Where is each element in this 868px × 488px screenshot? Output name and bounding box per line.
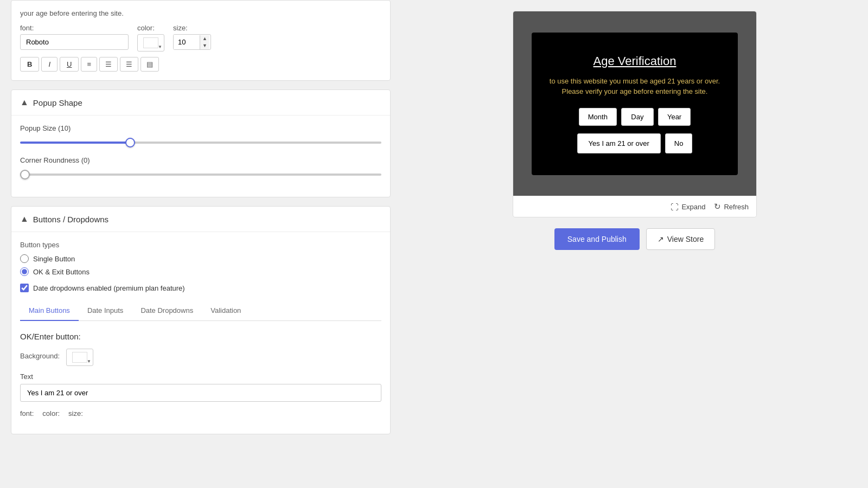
- size-up-btn[interactable]: ▲: [200, 35, 209, 42]
- text-field-label: Text: [20, 373, 381, 381]
- preview-viewport: Age Verification to use this website you…: [513, 11, 756, 196]
- date-dropdowns-checkbox-item[interactable]: Date dropdowns enabled (premium plan fea…: [20, 284, 381, 292]
- single-button-radio-item[interactable]: Single Button: [20, 254, 381, 263]
- background-label: Background:: [20, 352, 60, 360]
- buttons-dropdowns-header[interactable]: ▲ Buttons / Dropdowns: [11, 207, 390, 232]
- popup-size-slider-wrapper: Popup Size (10): [20, 124, 381, 145]
- popup-year-btn[interactable]: Year: [658, 108, 691, 126]
- font-section: your age before entering the site. font:…: [11, 0, 391, 81]
- align-right-btn[interactable]: ☰: [120, 57, 138, 72]
- tab-validation[interactable]: Validation: [202, 301, 250, 321]
- ok-exit-radio[interactable]: [20, 267, 29, 276]
- date-dropdowns-label: Date dropdowns enabled (premium plan fea…: [33, 284, 185, 292]
- button-types-label: Button types: [20, 241, 381, 249]
- right-panel: Age Verification to use this website you…: [401, 0, 868, 488]
- bg-dropdown-arrow-icon: ▼: [87, 359, 91, 364]
- color-swatch: [143, 37, 158, 48]
- single-button-label: Single Button: [33, 255, 75, 263]
- buttons-dropdowns-title: Buttons / Dropdowns: [33, 215, 108, 224]
- corner-roundness-slider-wrapper: Corner Roundness (0): [20, 156, 381, 177]
- font-label: font:: [20, 24, 129, 32]
- expand-action[interactable]: ⛶ Expand: [671, 202, 705, 211]
- refresh-action[interactable]: ↻ Refresh: [714, 202, 749, 211]
- radio-group: Single Button OK & Exit Buttons: [20, 254, 381, 276]
- ok-exit-label: OK & Exit Buttons: [33, 268, 90, 276]
- buttons-dropdowns-section: ▲ Buttons / Dropdowns Button types Singl…: [11, 206, 391, 434]
- tab-date-inputs[interactable]: Date Inputs: [79, 301, 132, 321]
- expand-label: Expand: [681, 203, 705, 211]
- expand-icon: ⛶: [671, 202, 679, 211]
- date-dropdowns-checkbox[interactable]: [20, 284, 29, 292]
- view-store-label: View Store: [667, 235, 704, 243]
- corner-roundness-label: Corner Roundness (0): [20, 156, 381, 164]
- refresh-label: Refresh: [724, 203, 749, 211]
- format-buttons: B I U ≡ ☰ ☰ ▤: [20, 57, 381, 72]
- popup-date-row: Month Day Year: [548, 108, 722, 126]
- popup-size-label: Popup Size (10): [20, 124, 381, 132]
- popup-month-btn[interactable]: Month: [579, 108, 617, 126]
- popup-no-btn[interactable]: No: [665, 133, 693, 153]
- ok-text-input[interactable]: [20, 384, 381, 402]
- size-input-wrapper: ▲ ▼: [173, 34, 211, 50]
- buttons-dropdowns-body: Button types Single Button OK & Exit But…: [11, 232, 390, 434]
- single-button-radio[interactable]: [20, 254, 29, 263]
- color-swatch-btn[interactable]: ▼: [137, 34, 164, 52]
- popup-day-btn[interactable]: Day: [621, 108, 654, 126]
- size-spinners: ▲ ▼: [200, 35, 209, 49]
- tabs-container: Main Buttons Date Inputs Date Dropdowns …: [20, 301, 381, 321]
- bold-btn[interactable]: B: [20, 57, 39, 72]
- preview-card: Age Verification to use this website you…: [513, 11, 757, 217]
- size-label: size:: [173, 24, 211, 32]
- dropdown-arrow-icon: ▼: [158, 44, 162, 49]
- ok-exit-radio-item[interactable]: OK & Exit Buttons: [20, 267, 381, 276]
- popup-shape-section: ▲ Popup Shape Popup Size (10) Corner Rou…: [11, 89, 391, 197]
- size-down-btn[interactable]: ▼: [200, 42, 209, 49]
- popup-box: Age Verification to use this website you…: [532, 33, 738, 175]
- tab-main-buttons[interactable]: Main Buttons: [20, 301, 79, 321]
- collapse-arrow-icon: ▲: [20, 98, 29, 107]
- italic-btn[interactable]: I: [41, 57, 58, 72]
- view-store-btn[interactable]: ↗ View Store: [646, 228, 715, 250]
- background-row: Background: ▼: [20, 349, 381, 366]
- size-input[interactable]: [174, 35, 200, 49]
- align-justify-btn[interactable]: ▤: [141, 57, 159, 72]
- top-text: your age before entering the site.: [20, 9, 381, 17]
- popup-title: Age Verification: [548, 54, 722, 68]
- collapse-arrow2-icon: ▲: [20, 214, 29, 224]
- bg-color-swatch-btn[interactable]: ▼: [66, 349, 93, 366]
- left-panel: your age before entering the site. font:…: [0, 0, 401, 488]
- font-input[interactable]: [20, 34, 129, 50]
- popup-desc: to use this website you must be aged 21 …: [548, 76, 722, 97]
- popup-size-slider[interactable]: [20, 142, 381, 144]
- color-label: color:: [137, 24, 164, 32]
- bottom-actions: Save and Publish ↗ View Store: [554, 228, 715, 250]
- ok-enter-label: OK/Enter button:: [20, 332, 381, 341]
- align-left-btn[interactable]: ≡: [81, 57, 97, 72]
- popup-shape-body: Popup Size (10) Corner Roundness (0): [11, 115, 390, 197]
- popup-action-row: Yes I am 21 or over No: [548, 133, 722, 153]
- popup-yes-btn[interactable]: Yes I am 21 or over: [577, 133, 661, 153]
- popup-shape-header[interactable]: ▲ Popup Shape: [11, 90, 390, 115]
- tab-date-dropdowns[interactable]: Date Dropdowns: [132, 301, 202, 321]
- preview-toolbar: ⛶ Expand ↻ Refresh: [513, 196, 756, 217]
- ok-size-label: size:: [68, 409, 83, 418]
- refresh-icon: ↻: [714, 202, 721, 211]
- align-center-btn[interactable]: ☰: [99, 57, 118, 72]
- corner-roundness-slider[interactable]: [20, 174, 381, 176]
- popup-shape-title: Popup Shape: [33, 98, 82, 107]
- ok-color-label: color:: [42, 409, 60, 418]
- bg-color-swatch: [72, 352, 87, 363]
- external-link-icon: ↗: [658, 235, 664, 243]
- underline-btn[interactable]: U: [60, 57, 79, 72]
- ok-font-label: font:: [20, 409, 34, 418]
- save-publish-btn[interactable]: Save and Publish: [554, 228, 640, 250]
